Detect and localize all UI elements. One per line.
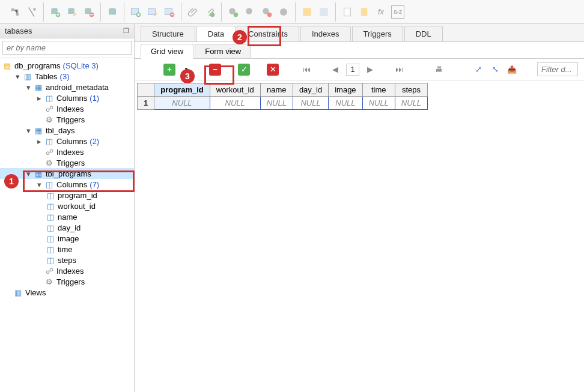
gear-edit-icon[interactable]	[243, 5, 257, 19]
tables-node[interactable]: ▾ ▥ Tables (3)	[0, 71, 134, 82]
next-page-icon[interactable]: ▶	[364, 64, 376, 76]
connect-icon[interactable]	[8, 5, 22, 19]
main-tabs: Structure Data Constraints Indexes Trigg…	[135, 24, 584, 42]
attach-icon[interactable]	[186, 5, 199, 19]
triggers-node[interactable]: ⚙ Triggers	[0, 114, 134, 125]
db-node[interactable]: ▦ db_programs (SQLite 3)	[0, 60, 134, 71]
db-add-icon[interactable]	[49, 5, 62, 19]
chevron-down-icon[interactable]: ▾	[35, 180, 43, 188]
svg-point-0	[33, 8, 36, 11]
column-header[interactable]: program_id	[154, 83, 210, 97]
db-refresh-icon[interactable]	[106, 5, 119, 19]
sql-run-icon[interactable]	[317, 5, 330, 19]
data-toolbar: + ▼ − ✓ ✕ ⏮ ◀ ▶ ⏭ 🖶 ⤢ ⤡ 📤	[135, 59, 584, 80]
page-input[interactable]	[346, 64, 359, 76]
prev-page-icon[interactable]: ◀	[329, 64, 341, 76]
tab-data[interactable]: Data	[196, 26, 236, 41]
doc-icon[interactable]	[341, 5, 354, 19]
spacer-icon	[35, 267, 43, 275]
table-node-tbl-days[interactable]: ▾ ▦ tbl_days	[0, 125, 134, 136]
column-header[interactable]: day_id	[293, 83, 328, 97]
indexes-node[interactable]: ☍ Indexes	[0, 103, 134, 114]
column-header[interactable]: time	[362, 83, 395, 97]
views-icon: ▥	[13, 288, 23, 297]
filter-data-input[interactable]	[537, 62, 578, 76]
cell[interactable]: NULL	[293, 97, 328, 110]
gear-add-icon[interactable]	[227, 5, 240, 19]
trigger-icon: ⚙	[44, 277, 54, 286]
column-node[interactable]: ◫day_id	[0, 222, 134, 233]
rollback-button[interactable]: ✕	[267, 64, 279, 76]
sub-tabs: Grid view Form view	[135, 42, 584, 59]
table-add-icon[interactable]	[129, 5, 142, 19]
sql-editor-icon[interactable]	[300, 5, 314, 19]
triggers-node[interactable]: ⚙ Triggers	[0, 157, 134, 168]
table-node-tbl-programs[interactable]: ▾ ▦ tbl_programs	[0, 168, 134, 179]
column-node[interactable]: ◫steps	[0, 255, 134, 265]
column-node[interactable]: ◫image	[0, 233, 134, 244]
cell[interactable]: NULL	[329, 97, 362, 110]
tab-structure[interactable]: Structure	[141, 26, 195, 41]
delete-row-button[interactable]: −	[209, 64, 221, 76]
chevron-down-icon[interactable]: ▾	[24, 83, 32, 91]
db-delete-icon[interactable]	[82, 5, 96, 19]
commit-button[interactable]: ✓	[238, 64, 250, 76]
chevron-down-icon[interactable]: ▾	[24, 126, 32, 134]
cell[interactable]: NULL	[362, 97, 395, 110]
export-icon[interactable]	[357, 5, 371, 19]
chevron-down-icon[interactable]: ▾	[24, 169, 32, 178]
gear-delete-icon[interactable]	[260, 5, 273, 19]
db-edit-icon[interactable]	[65, 5, 79, 19]
fx-icon[interactable]: fx	[374, 5, 388, 19]
index-icon: ☍	[44, 147, 54, 157]
triggers-node[interactable]: ⚙ Triggers	[0, 276, 134, 287]
table-delete-icon[interactable]	[163, 5, 176, 19]
column-header[interactable]: name	[260, 83, 293, 97]
print-icon[interactable]: 🖶	[433, 64, 445, 76]
expand-icon[interactable]: ⤡	[489, 64, 501, 76]
cell[interactable]: NULL	[154, 97, 210, 110]
callout-2: 2	[233, 30, 247, 44]
cell[interactable]: NULL	[210, 97, 260, 110]
chevron-down-icon[interactable]: ▾	[13, 72, 22, 80]
indexes-node[interactable]: ☍ Indexes	[0, 265, 134, 276]
column-header[interactable]: image	[329, 83, 362, 97]
table-row[interactable]: 1 NULL NULL NULL NULL NULL NULL NULL	[138, 97, 428, 110]
gear-icon[interactable]	[277, 5, 290, 19]
column-header[interactable]: workout_id	[210, 83, 260, 97]
table-node-android-metadata[interactable]: ▾ ▦ android_metadata	[0, 82, 134, 92]
column-node[interactable]: ◫program_id	[0, 190, 134, 201]
columns-node[interactable]: ▸ ◫ Columns (1)	[0, 92, 134, 103]
indexes-node[interactable]: ☍ Indexes	[0, 146, 134, 157]
tab-ddl[interactable]: DDL	[404, 26, 443, 41]
add-row-button[interactable]: +	[163, 64, 175, 76]
column-node[interactable]: ◫time	[0, 244, 134, 255]
fit-icon[interactable]: ⤢	[472, 64, 484, 76]
first-page-icon[interactable]: ⏮	[300, 64, 312, 76]
data-grid[interactable]: program_id workout_id name day_id image …	[137, 83, 428, 110]
sidebar-dock-icon[interactable]: ❐	[123, 27, 129, 35]
export-data-icon[interactable]: 📤	[506, 64, 518, 76]
last-page-icon[interactable]: ⏭	[393, 64, 405, 76]
columns-node[interactable]: ▾ ◫ Columns (7)	[0, 179, 134, 190]
filter-input[interactable]	[2, 41, 132, 55]
columns-node[interactable]: ▸ ◫ Columns (2)	[0, 136, 134, 146]
disconnect-icon[interactable]	[25, 5, 38, 19]
chevron-right-icon[interactable]: ▸	[35, 137, 43, 145]
az-icon[interactable]: a-z	[391, 5, 404, 19]
column-header[interactable]: steps	[395, 83, 427, 97]
cell[interactable]: NULL	[260, 97, 293, 110]
attach-add-icon[interactable]	[203, 5, 216, 19]
table-edit-icon[interactable]	[146, 5, 159, 19]
spacer-icon	[35, 277, 43, 286]
grid-header-row: program_id workout_id name day_id image …	[138, 83, 428, 97]
subtab-form-view[interactable]: Form view	[195, 44, 251, 58]
column-node[interactable]: ◫workout_id	[0, 201, 134, 211]
cell[interactable]: NULL	[395, 97, 427, 110]
tab-triggers[interactable]: Triggers	[352, 26, 403, 41]
chevron-right-icon[interactable]: ▸	[35, 94, 43, 102]
column-node[interactable]: ◫name	[0, 211, 134, 222]
subtab-grid-view[interactable]: Grid view	[141, 44, 193, 59]
views-node[interactable]: ▥ Views	[0, 287, 134, 298]
tab-indexes[interactable]: Indexes	[300, 26, 351, 41]
